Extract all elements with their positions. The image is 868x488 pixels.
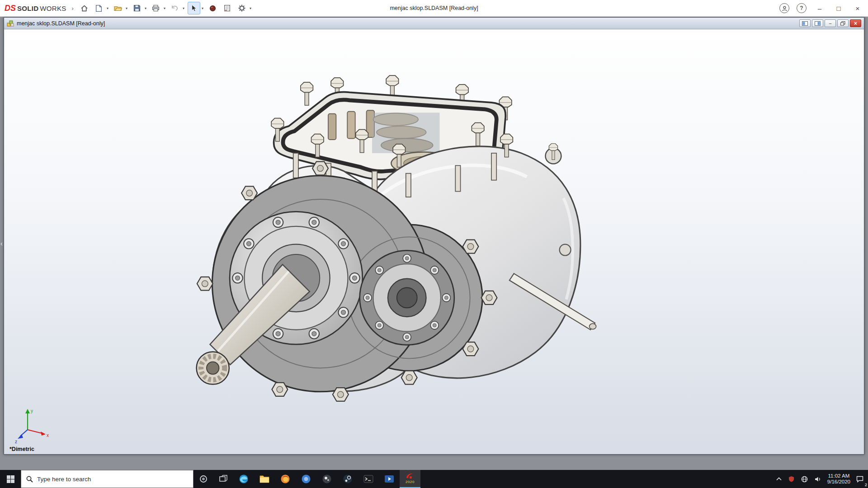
print-caret[interactable]: ▾ (162, 6, 167, 10)
help-icon: ? (800, 5, 803, 11)
shield-icon (788, 476, 794, 482)
taskbar-app-solidworks[interactable]: 2020 (400, 470, 420, 488)
select-tool-caret[interactable]: ▾ (200, 6, 205, 10)
taskbar-app-edge[interactable] (233, 470, 254, 488)
task-view-icon (219, 475, 227, 483)
tray-network-button[interactable] (800, 470, 809, 488)
help-button[interactable]: ? (797, 3, 807, 13)
doc-restore-button[interactable] (837, 19, 849, 27)
options-button[interactable] (236, 2, 248, 14)
new-document-button[interactable] (93, 2, 105, 14)
person-icon (782, 5, 788, 11)
save-button[interactable] (131, 2, 143, 14)
doc-close-icon: × (854, 20, 857, 27)
solidworks-logo: DS SOLIDWORKS (5, 4, 66, 13)
doc-dock-left-button[interactable] (799, 19, 811, 27)
doc-minimize-button[interactable]: – (825, 19, 836, 27)
orientation-triad[interactable]: y x z (14, 405, 52, 444)
app-maximize-button[interactable]: □ (833, 5, 844, 12)
taskbar-app-chrome[interactable] (296, 470, 316, 488)
clock-time: 11:02 AM (827, 473, 850, 479)
photos-icon (322, 474, 332, 484)
firefox-icon (280, 474, 290, 484)
cortana-button[interactable] (193, 470, 213, 488)
print-icon (152, 5, 160, 12)
triad-y-label: y (31, 408, 33, 413)
start-button[interactable] (0, 470, 21, 488)
hidden-icons-button[interactable] (775, 470, 783, 488)
taskbar-search[interactable] (21, 470, 193, 488)
save-caret[interactable]: ▾ (143, 6, 148, 10)
chrome-icon (301, 474, 311, 484)
new-document-icon (95, 5, 102, 12)
app-minimize-button[interactable]: – (814, 5, 826, 12)
graphics-viewport[interactable]: y x z *Dimetric (4, 29, 864, 454)
triad-z-label: z (15, 439, 17, 444)
new-document-caret[interactable]: ▾ (105, 6, 110, 10)
logo-wordmark-bold: SOLID (17, 5, 38, 12)
steam-icon (343, 474, 353, 484)
quick-access-toolbar: ▾ ▾ ▾ ▾ ▾ ▾ ▾ (78, 2, 254, 14)
taskbar-clock[interactable]: 11:02 AM 9/16/2020 (827, 473, 850, 485)
taskbar-app-movies[interactable] (379, 470, 400, 488)
doc-close-button[interactable]: × (850, 19, 861, 27)
home-button[interactable] (78, 2, 91, 14)
options-caret[interactable]: ▾ (248, 6, 253, 10)
dassault-logo-mark: DS (5, 4, 16, 13)
search-input[interactable] (37, 476, 188, 483)
restore-icon (840, 21, 845, 26)
solidworks-icon (406, 473, 415, 480)
appearance-button[interactable] (207, 2, 219, 14)
featuremanager-collapse-arrow[interactable]: ‹ (0, 240, 3, 247)
windows-taskbar: 2020 11:02 AM (0, 470, 868, 488)
logo-wordmark-light: WORKS (40, 5, 66, 12)
tray-antivirus-button[interactable] (788, 470, 795, 488)
clock-date: 9/16/2020 (827, 479, 850, 485)
menu-flyout-arrow[interactable]: › (72, 5, 74, 12)
tray-volume-button[interactable] (814, 470, 822, 488)
search-icon (26, 476, 33, 483)
solidworks-year-label: 2020 (406, 480, 415, 484)
action-center-button[interactable]: 2 (855, 470, 865, 488)
speaker-icon (815, 476, 821, 482)
console-icon (363, 475, 373, 483)
taskbar-app-file-explorer[interactable] (254, 470, 275, 488)
document-titlebar: menjac sklop.SLDASM [Read-only] – × (4, 18, 864, 29)
open-folder-icon (114, 5, 122, 12)
select-cursor-icon (191, 5, 197, 12)
network-globe-icon (801, 476, 808, 483)
dock-right-icon (815, 21, 821, 26)
taskbar-app-console[interactable] (358, 470, 379, 488)
sheet-button[interactable] (221, 2, 234, 14)
appearance-sphere-icon (209, 5, 216, 12)
app-titlebar: DS SOLIDWORKS › ▾ ▾ ▾ ▾ ▾ ▾ (0, 0, 868, 17)
save-icon (133, 5, 141, 12)
file-explorer-icon (259, 474, 269, 483)
app-title: menjac sklop.SLDASM [Read-only] (390, 5, 478, 11)
task-view-button[interactable] (213, 470, 233, 488)
windows-logo-icon (7, 475, 14, 483)
chevron-up-icon (776, 477, 782, 481)
home-icon (80, 5, 88, 12)
undo-caret[interactable]: ▾ (181, 6, 186, 10)
select-tool-button[interactable] (188, 2, 200, 14)
gear-icon (238, 5, 245, 12)
system-tray: 11:02 AM 9/16/2020 2 (773, 470, 868, 488)
action-center-icon (856, 476, 863, 483)
movies-icon (384, 475, 394, 483)
undo-button[interactable] (169, 2, 181, 14)
taskbar-app-photos[interactable] (316, 470, 337, 488)
doc-dock-right-button[interactable] (812, 19, 823, 27)
app-close-button[interactable]: × (852, 5, 863, 12)
document-window: menjac sklop.SLDASM [Read-only] – × (4, 17, 864, 455)
document-title: menjac sklop.SLDASM [Read-only] (17, 20, 105, 27)
doc-minimize-icon: – (829, 21, 832, 26)
sheet-icon (224, 5, 231, 12)
gearbox-assembly-model[interactable] (4, 29, 864, 454)
open-caret[interactable]: ▾ (124, 6, 129, 10)
taskbar-app-firefox[interactable] (275, 470, 296, 488)
account-button[interactable] (779, 3, 789, 13)
taskbar-app-steam[interactable] (337, 470, 358, 488)
open-button[interactable] (112, 2, 124, 14)
print-button[interactable] (150, 2, 162, 14)
